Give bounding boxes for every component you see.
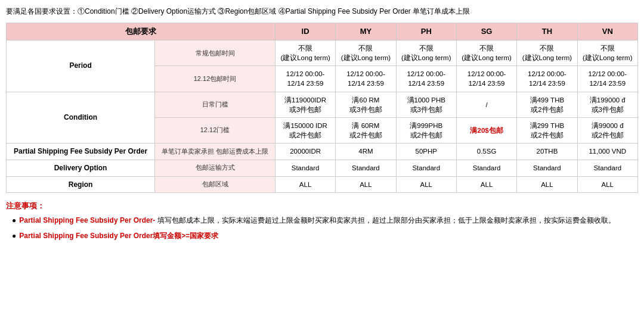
- col-header-id: ID: [275, 23, 335, 40]
- table-cell: 11,000 VND: [577, 143, 637, 160]
- table-cell: 20000IDR: [275, 143, 335, 160]
- table-cell: 12/12 00:00- 12/14 23:59: [577, 66, 637, 92]
- notes-section: 注意事项： ●Partial Shipping Fee Subsidy Per …: [6, 201, 638, 241]
- table-cell: 不限 (建议Long term): [517, 40, 577, 66]
- notes-item: ●Partial Shipping Fee Subsidy Per Order-…: [12, 215, 638, 226]
- table-cell: 满20$包邮: [456, 117, 516, 143]
- row-sub-label: 包邮区域: [155, 176, 275, 193]
- table-cell: ALL: [577, 176, 637, 193]
- table-cell: 4RM: [336, 143, 396, 160]
- col-header-sg: SG: [456, 23, 516, 40]
- table-cell: 满499 THB 或2件包邮: [517, 92, 577, 117]
- table-cell: 50PHP: [396, 143, 456, 160]
- row-sub-label: 包邮运输方式: [155, 160, 275, 176]
- table-cell: ALL: [517, 176, 577, 193]
- col-header-vn: VN: [577, 23, 637, 40]
- table-cell: Standard: [577, 160, 637, 176]
- row-main-label: Period: [7, 40, 155, 92]
- header-notice: 要满足各国要求设置：①Condition门槛 ②Delivery Option运…: [6, 6, 638, 17]
- table-cell: 满199000 đ 或3件包邮: [577, 92, 637, 117]
- table-cell: 满119000IDR 或3件包邮: [275, 92, 335, 117]
- row-main-label: Region: [7, 176, 155, 193]
- table-cell: ALL: [336, 176, 396, 193]
- row-sub-label: 日常门槛: [155, 92, 275, 117]
- row-sub-label: 12.12包邮时间: [155, 66, 275, 92]
- row-sub-label: 12.12门槛: [155, 117, 275, 143]
- col-header-th: TH: [517, 23, 577, 40]
- table-cell: 12/12 00:00- 12/14 23:59: [275, 66, 335, 92]
- table-cell: 不限 (建议Long term): [275, 40, 335, 66]
- row-main-label: Condition: [7, 92, 155, 143]
- table-cell: 满1000 PHB 或3件包邮: [396, 92, 456, 117]
- table-cell: 满99000 đ 或2件包邮: [577, 117, 637, 143]
- table-cell: 20THB: [517, 143, 577, 160]
- table-cell: Standard: [456, 160, 516, 176]
- table-cell: Standard: [517, 160, 577, 176]
- table-cell: 不限 (建议Long term): [577, 40, 637, 66]
- notes-title: 注意事项：: [6, 201, 638, 211]
- row-sub-label: 常规包邮时间: [155, 40, 275, 66]
- table-cell: 12/12 00:00- 12/14 23:59: [336, 66, 396, 92]
- table-cell: Standard: [336, 160, 396, 176]
- table-cell: Standard: [396, 160, 456, 176]
- table-cell: Standard: [275, 160, 335, 176]
- table-cell: 不限 (建议Long term): [456, 40, 516, 66]
- table-cell: 满 60RM 或2件包邮: [336, 117, 396, 143]
- notes-item: ●Partial Shipping Fee Subsidy Per Order填…: [12, 230, 638, 242]
- table-cell: 12/12 00:00- 12/14 23:59: [396, 66, 456, 92]
- table-cell: ALL: [396, 176, 456, 193]
- table-cell: 12/12 00:00- 12/14 23:59: [456, 66, 516, 92]
- col-header-label: 包邮要求: [7, 23, 275, 40]
- col-header-my: MY: [336, 23, 396, 40]
- table-cell: 12/12 00:00- 12/14 23:59: [517, 66, 577, 92]
- table-cell: 不限 (建议Long term): [336, 40, 396, 66]
- table-cell: 满999PHB 或2件包邮: [396, 117, 456, 143]
- table-cell: 满299 THB 或2件包邮: [517, 117, 577, 143]
- table-cell: ALL: [275, 176, 335, 193]
- table-cell: 0.5SG: [456, 143, 516, 160]
- row-main-label: Partial Shipping Fee Subsidy Per Order: [7, 143, 155, 160]
- table-cell: /: [456, 92, 516, 117]
- main-table: 包邮要求 ID MY PH SG TH VN Period常规包邮时间不限 (建…: [6, 23, 638, 193]
- table-cell: 不限 (建议Long term): [396, 40, 456, 66]
- row-main-label: Delivery Option: [7, 160, 155, 176]
- col-header-ph: PH: [396, 23, 456, 40]
- table-cell: 满150000 IDR 或2件包邮: [275, 117, 335, 143]
- table-cell: 满60 RM 或3件包邮: [336, 92, 396, 117]
- table-cell: ALL: [456, 176, 516, 193]
- row-sub-label: 单笔订单卖家承担 包邮运费成本上限: [155, 143, 275, 160]
